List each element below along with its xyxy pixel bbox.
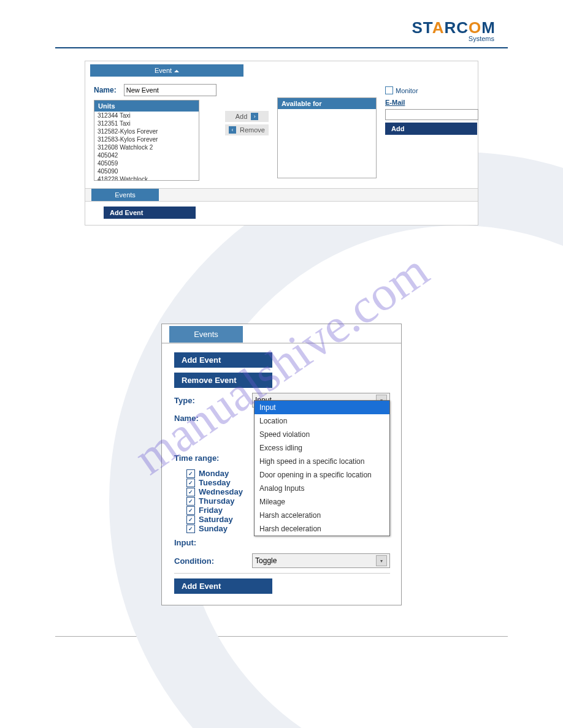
checkbox-checked-icon: ✓ (186, 497, 195, 506)
header-rule (55, 47, 508, 48)
checkbox-checked-icon: ✓ (186, 515, 195, 524)
add-unit-button[interactable]: Add › (225, 111, 269, 122)
event-header-bar[interactable]: Event (90, 64, 243, 77)
checkbox-checked-icon: ✓ (186, 506, 195, 515)
available-listbox[interactable]: Available for (277, 97, 377, 178)
dropdown-item[interactable]: Input (255, 401, 389, 414)
dropdown-item[interactable]: Analog Inputs (255, 482, 389, 495)
checkbox-checked-icon: ✓ (186, 525, 195, 533)
list-item[interactable]: 312351 Taxi (94, 119, 199, 127)
dropdown-item[interactable]: Speed violation (255, 428, 389, 441)
list-item[interactable]: 405090 (94, 167, 199, 175)
monitor-checkbox-row[interactable]: Monitor (385, 86, 478, 94)
units-listbox[interactable]: Units 312344 Taxi 312351 Taxi 312582-Kyl… (94, 100, 199, 181)
email-label-link[interactable]: E-Mail (385, 99, 405, 106)
logo: STARCOM Systems (55, 18, 508, 42)
arrow-left-icon: ‹ (229, 126, 236, 134)
dropdown-item[interactable]: High speed in a specific location (255, 455, 389, 468)
events-tab[interactable]: Events (169, 326, 243, 343)
events-tab[interactable]: Events (91, 189, 159, 201)
condition-select[interactable]: Toggle ▾ (252, 553, 390, 568)
units-header: Units (94, 100, 199, 112)
add-event-button[interactable]: Add Event (104, 207, 196, 219)
list-item[interactable]: 405042 (94, 151, 199, 159)
chevron-down-icon: ▾ (376, 555, 387, 566)
checkbox-checked-icon: ✓ (186, 488, 195, 496)
remove-unit-button[interactable]: ‹ Remove (225, 124, 269, 135)
remove-event-button[interactable]: Remove Event (174, 373, 272, 388)
list-item[interactable]: 418228 Watchlock (94, 175, 199, 180)
name-label: Name: (174, 414, 254, 423)
event-panel: Event Name: Units 312344 Taxi 312351 Tax… (85, 61, 478, 226)
arrow-right-icon: › (251, 113, 258, 120)
add-event-button[interactable]: Add Event (174, 352, 272, 368)
events-editor-panel: Events Add Event Remove Event Type: Inpu… (161, 324, 402, 605)
name-label: Name: (94, 86, 117, 94)
condition-select-value: Toggle (255, 556, 277, 565)
dropdown-item[interactable]: Harsh acceleration (255, 509, 389, 522)
checkbox-icon (385, 86, 393, 94)
type-dropdown-list[interactable]: Input Location Speed violation Excess id… (254, 400, 390, 536)
condition-label: Condition: (174, 556, 252, 566)
list-item[interactable]: 405059 (94, 159, 199, 167)
input-label: Input: (174, 538, 254, 547)
name-input[interactable] (124, 84, 216, 96)
dropdown-item[interactable]: Excess idling (255, 441, 389, 455)
divider (174, 573, 390, 574)
available-header: Available for (278, 98, 376, 109)
list-item[interactable]: 312608 Watchlock 2 (94, 143, 199, 151)
email-add-button[interactable]: Add (385, 123, 477, 135)
dropdown-item[interactable]: Location (255, 414, 389, 428)
checkbox-checked-icon: ✓ (186, 479, 195, 487)
email-input[interactable] (385, 109, 478, 120)
time-range-label: Time range: (174, 453, 254, 463)
list-item[interactable]: 312583-Kylos Forever (94, 135, 199, 143)
events-tab-row: Events (85, 188, 478, 202)
list-item[interactable]: 312582-Kylos Forever (94, 127, 199, 135)
dropdown-item[interactable]: Door opening in a specific location (255, 468, 389, 482)
monitor-label: Monitor (396, 87, 418, 94)
dropdown-item[interactable]: Harsh deceleration (255, 522, 389, 536)
type-label: Type: (174, 396, 252, 405)
list-item[interactable]: 312344 Taxi (94, 112, 199, 119)
checkbox-checked-icon: ✓ (186, 469, 195, 478)
add-event-footer-button[interactable]: Add Event (174, 578, 272, 594)
dropdown-item[interactable]: Mileage (255, 495, 389, 509)
